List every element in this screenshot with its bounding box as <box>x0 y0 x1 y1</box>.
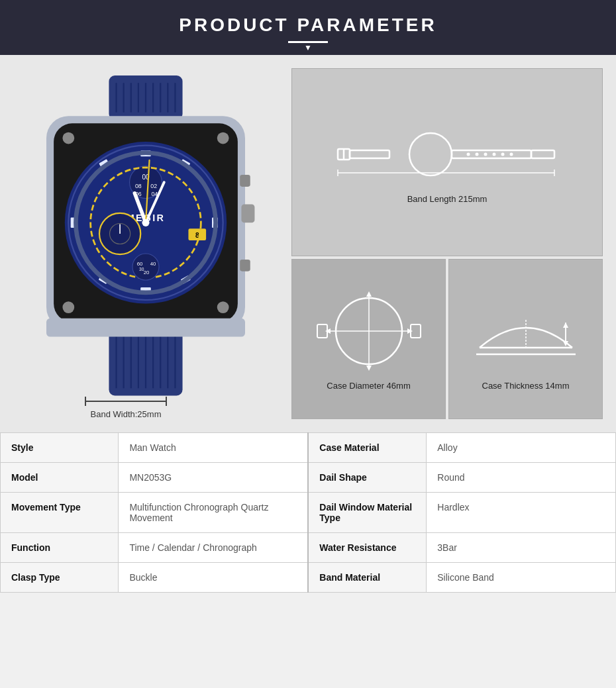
param-value-3-1: Time / Calendar / Chronograph <box>119 533 308 563</box>
table-row: Movement Type Multifunction Chronograph … <box>1 493 616 533</box>
svg-rect-67 <box>452 150 531 158</box>
svg-text:40: 40 <box>150 261 156 267</box>
svg-point-66 <box>409 133 452 175</box>
param-value-2-1: Multifunction Chronograph Quartz Movemen… <box>119 493 308 533</box>
svg-rect-62 <box>46 319 245 337</box>
svg-point-69 <box>476 152 479 156</box>
table-row: Clasp Type Buckle Band Material Silicone… <box>1 563 616 593</box>
param-value-2-2: Hardlex <box>427 493 616 533</box>
svg-point-47 <box>132 254 159 280</box>
param-label-4-1: Clasp Type <box>1 563 119 593</box>
param-label-1-1: Model <box>1 463 119 493</box>
svg-marker-83 <box>366 366 372 371</box>
param-label-2-2: Dail Window Material Type <box>308 493 427 533</box>
param-label-1-2: Dail Shape <box>308 463 427 493</box>
svg-rect-16 <box>241 205 254 223</box>
param-label-4-2: Band Material <box>308 563 427 593</box>
svg-rect-17 <box>240 175 250 187</box>
band-width-text: Band Width:25mm <box>91 409 162 419</box>
header-underline <box>288 41 328 43</box>
main-content: 00 08 02 06 04 MEGIR 8 <box>0 55 616 432</box>
band-length-diagram: Band Length 215mm <box>291 68 603 256</box>
band-length-svg <box>334 121 560 187</box>
case-thickness-diagram: Case Thickness 14mm <box>448 259 603 419</box>
param-value-0-2: Alloy <box>427 433 616 463</box>
svg-point-68 <box>467 152 470 156</box>
case-thickness-label: Case Thickness 14mm <box>482 381 570 391</box>
param-value-1-1: MN2053G <box>119 463 308 493</box>
svg-point-45 <box>142 219 149 226</box>
params-table: Style Man Watch Case Material Alloy Mode… <box>0 432 616 593</box>
table-row: Model MN2053G Dail Shape Round <box>1 463 616 493</box>
param-label-2-1: Movement Type <box>1 493 119 533</box>
svg-marker-82 <box>366 291 372 297</box>
param-value-4-2: Silicone Band <box>427 563 616 593</box>
param-value-0-1: Man Watch <box>119 433 308 463</box>
svg-point-71 <box>493 152 496 156</box>
bottom-diagrams: Case Diameter 46mm <box>291 259 603 419</box>
svg-text:02: 02 <box>150 183 157 189</box>
page-header: PRODUCT PARAMETER <box>0 0 616 55</box>
param-label-3-2: Water Resistance <box>308 533 427 563</box>
param-label-3-1: Function <box>1 533 119 563</box>
svg-point-14 <box>62 301 74 313</box>
svg-rect-74 <box>531 150 554 158</box>
band-length-label: Band Length 215mm <box>407 194 488 204</box>
svg-text:20: 20 <box>144 270 150 275</box>
table-row: Style Man Watch Case Material Alloy <box>1 433 616 463</box>
svg-point-13 <box>217 132 229 144</box>
case-thickness-svg <box>466 288 586 374</box>
case-diameter-label: Case Diameter 46mm <box>327 381 410 391</box>
bracket-line <box>86 401 166 402</box>
svg-marker-92 <box>563 322 568 328</box>
svg-rect-65 <box>350 150 389 158</box>
svg-text:60: 60 <box>137 261 143 267</box>
svg-text:30: 30 <box>139 267 144 271</box>
bracket-right <box>166 397 167 406</box>
svg-text:08: 08 <box>135 183 142 189</box>
param-value-3-2: 3Bar <box>427 533 616 563</box>
page-title: PRODUCT PARAMETER <box>0 15 616 36</box>
svg-point-70 <box>484 152 488 156</box>
svg-point-73 <box>510 152 513 156</box>
band-width-indicator <box>85 397 167 406</box>
case-diameter-svg <box>316 288 422 374</box>
param-value-1-2: Round <box>427 463 616 493</box>
specs-diagrams: Band Length 215mm <box>291 68 603 419</box>
svg-rect-18 <box>240 260 250 271</box>
svg-point-72 <box>501 152 505 156</box>
watch-area: 00 08 02 06 04 MEGIR 8 <box>13 68 278 419</box>
svg-point-15 <box>217 301 229 313</box>
table-row: Function Time / Calendar / Chronograph W… <box>1 533 616 563</box>
case-diameter-diagram: Case Diameter 46mm <box>291 259 446 419</box>
svg-point-12 <box>62 132 74 144</box>
param-value-4-1: Buckle <box>119 563 308 593</box>
watch-illustration: 00 08 02 06 04 MEGIR 8 <box>13 68 278 407</box>
band-width-label: Band Width:25mm <box>91 409 162 419</box>
param-label-0-2: Case Material <box>308 433 427 463</box>
param-label-0-1: Style <box>1 433 119 463</box>
